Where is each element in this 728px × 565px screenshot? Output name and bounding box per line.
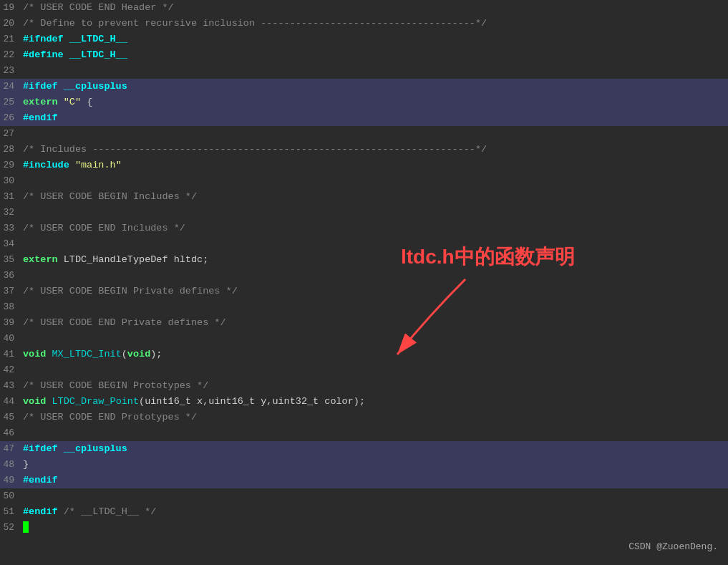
code-line-33: 33 /* USER CODE END Includes */ [0,221,728,236]
code-line-19: 19 /* USER CODE END Header */ [0,0,728,16]
code-line-50: 50 [0,488,728,504]
code-editor: 19 /* USER CODE END Header */ 20 /* Defi… [0,0,728,565]
code-line-20: 20 /* Define to prevent recursive inclus… [0,16,728,32]
code-line-45: 45 /* USER CODE END Prototypes */ [0,410,728,425]
code-line-22: 22 #define __LTDC_H__ [0,47,728,63]
code-line-48: 48 } [0,457,728,473]
code-line-42: 42 [0,362,728,378]
code-line-40: 40 [0,331,728,347]
code-line-26: 26 #endif [0,110,728,126]
code-line-23: 23 [0,63,728,79]
code-line-32: 32 [0,205,728,221]
code-line-51: 51 #endif /* __LTDC_H__ */ [0,504,728,520]
code-line-39: 39 /* USER CODE END Private defines */ [0,315,728,331]
code-line-37: 37 /* USER CODE BEGIN Private defines */ [0,284,728,299]
code-line-24: 24 #ifdef __cplusplus [0,79,728,95]
code-line-31: 31 /* USER CODE BEGIN Includes */ [0,189,728,205]
code-line-44: 44 void LTDC_Draw_Point(uint16_t x,uint1… [0,394,728,410]
watermark: CSDN @ZuoenDeng. [628,541,718,552]
code-line-25: 25 extern "C" { [0,95,728,110]
code-line-28: 28 /* Includes -------------------------… [0,142,728,158]
code-line-27: 27 [0,126,728,142]
code-line-30: 30 [0,173,728,189]
code-line-47: 47 #ifdef __cplusplus [0,441,728,457]
code-line-29: 29 #include "main.h" [0,158,728,173]
code-line-21: 21 #ifndef __LTDC_H__ [0,32,728,47]
code-line-41: 41 void MX_LTDC_Init(void); [0,347,728,362]
code-line-36: 36 [0,268,728,284]
code-line-38: 38 [0,299,728,315]
code-line-46: 46 [0,425,728,441]
code-line-49: 49 #endif [0,473,728,488]
code-line-34: 34 [0,236,728,252]
code-line-35: 35 extern LTDC_HandleTypeDef hltdc; [0,252,728,268]
code-line-43: 43 /* USER CODE BEGIN Prototypes */ [0,378,728,394]
code-line-52: 52 [0,520,728,536]
